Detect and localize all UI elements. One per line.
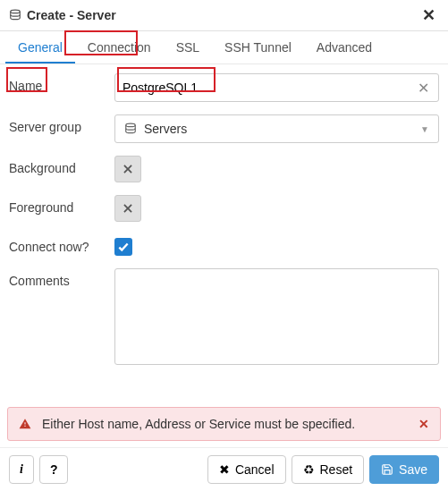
background-label: Background [9,156,114,175]
connect-now-label: Connect now? [9,234,114,254]
row-comments: Comments [9,268,439,368]
form: Name ✕ Server group Serv [0,64,448,389]
cancel-button[interactable]: ✖ Cancel [207,455,286,484]
foreground-color-button[interactable] [114,195,141,222]
row-connect-now: Connect now? [9,234,439,256]
titlebar: Create - Server ✕ [0,0,448,31]
info-button[interactable]: i [9,455,34,484]
servers-icon [124,123,137,135]
save-icon [381,463,393,476]
name-input[interactable] [123,80,416,95]
server-icon [9,9,21,21]
tab-advanced[interactable]: Advanced [304,31,385,63]
server-group-select[interactable]: Servers ▼ [114,114,439,143]
comments-textarea[interactable] [114,268,439,365]
check-icon [117,241,130,253]
clear-icon[interactable]: ✕ [416,80,431,97]
help-icon: ? [50,462,58,477]
row-name: Name ✕ [9,73,439,102]
warning-icon [19,418,31,430]
tab-general[interactable]: General [5,31,75,63]
row-background: Background [9,156,439,182]
chevron-down-icon: ▼ [420,124,429,134]
alert-close-icon[interactable]: ✕ [418,417,429,431]
alert-text: Either Host name, Address or Service mus… [42,417,408,431]
save-button[interactable]: Save [369,455,439,484]
comments-label: Comments [9,268,114,288]
recycle-icon: ♻ [303,462,315,477]
close-icon[interactable]: ✕ [418,5,439,25]
x-icon [122,163,134,175]
tab-ssh-tunnel[interactable]: SSH Tunnel [212,31,304,63]
name-label: Name [9,73,114,93]
tab-connection[interactable]: Connection [75,31,164,63]
svg-point-0 [11,10,21,13]
row-server-group: Server group Servers ▼ [9,114,439,143]
tabs: General Connection SSL SSH Tunnel Advanc… [0,31,448,64]
name-input-wrap[interactable]: ✕ [114,73,439,102]
connect-now-checkbox[interactable] [114,238,132,256]
dialog-title: Create - Server [9,8,418,22]
info-icon: i [20,462,23,477]
cancel-icon: ✖ [219,462,230,477]
x-icon [122,202,134,215]
error-alert: Either Host name, Address or Service mus… [7,407,441,441]
row-foreground: Foreground [9,195,439,222]
server-group-value: Servers [144,122,187,136]
help-button[interactable]: ? [39,455,69,484]
foreground-label: Foreground [9,195,114,215]
footer: i ? ✖ Cancel ♻ Reset Save [0,447,448,491]
server-group-label: Server group [9,114,114,134]
dialog-title-text: Create - Server [27,8,116,22]
svg-point-1 [126,123,136,127]
background-color-button[interactable] [114,156,141,182]
reset-button[interactable]: ♻ Reset [292,455,365,484]
tab-ssl[interactable]: SSL [164,31,212,63]
